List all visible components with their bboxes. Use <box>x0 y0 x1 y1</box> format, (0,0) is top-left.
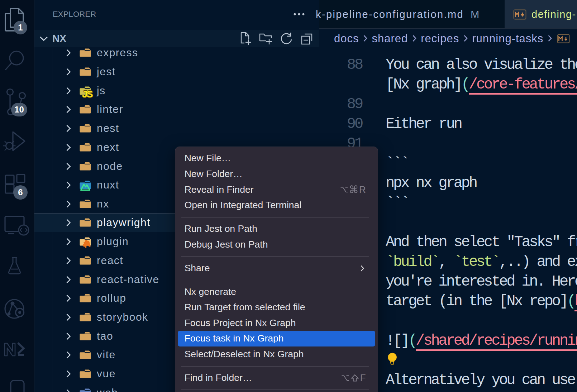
svg-text:JS: JS <box>82 89 93 100</box>
